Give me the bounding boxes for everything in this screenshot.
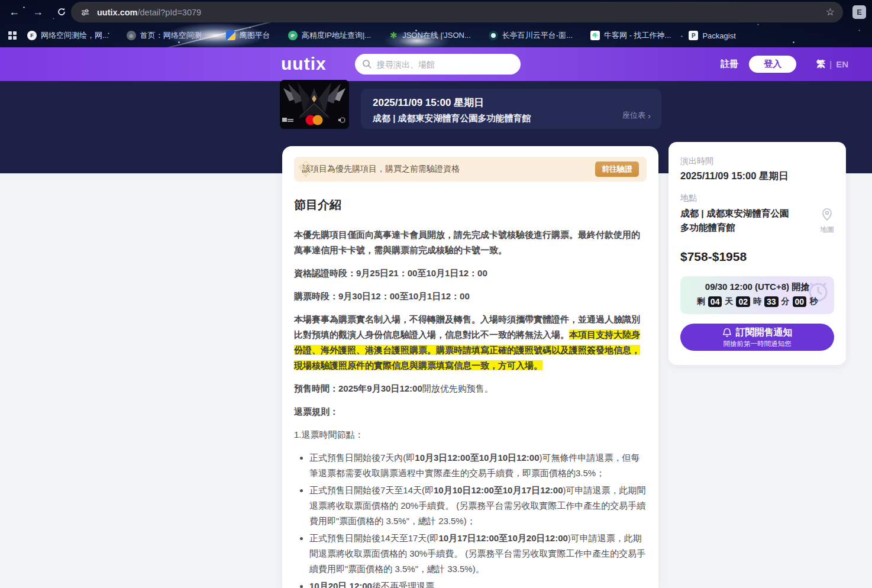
bookmark-label: 高精度IP地址查询|... [302,30,372,41]
bookmark-star-icon[interactable]: ☆ [826,7,835,17]
bookmark-item[interactable]: 鹰图平台 [226,30,270,41]
refund-rules-list: 正式預售日開始後7天內(即10月3日12:00至10月10日12:00)可無條件… [294,450,647,588]
bookmark-item[interactable]: 长亭百川云平台-面... [489,30,573,41]
showtime-label: 演出時間 [680,156,834,167]
notice-text: 該項目為優先購項目，購買之前需驗證資格 [302,164,460,175]
subscribe-title: 訂閱開售通知 [736,327,793,339]
bell-icon [722,328,732,338]
ticket-sidebar: 演出時間 2025/11/09 15:00 星期日 地點 成都 | 成都東安湖體… [668,142,846,365]
url-path: /detail?pId=3079 [137,8,201,17]
location-label: 地點 [680,193,834,203]
seatmap-label: 座位表 [622,110,645,121]
browser-navbar: ← → uutix.com/detail?pId=3079 ☆ E [0,0,872,24]
seatmap-link[interactable]: 座位表 › [622,110,651,121]
countdown-sec-unit: 秒 [809,296,818,307]
lang-zh-option[interactable]: 繁 [816,59,825,70]
event-poster-thumbnail [280,80,349,129]
countdown-hours: 02 [736,296,750,307]
countdown-seconds: 00 [793,296,807,307]
priority-purchase-notice: 該項目為優先購項目，購買之前需驗證資格 前往驗證 [294,157,647,182]
bookmarks-bar: F 网络空间测绘，网... ◎ 首页：网络空间测... 鹰图平台 IP 高精度I… [0,24,872,47]
section-title: 節目介紹 [294,197,647,213]
countdown-timer: 剩 04 天 02 時 33 分 00 秒 [680,296,834,307]
refresh-button[interactable] [52,2,71,21]
back-button[interactable]: ← [5,2,24,21]
location-row: 成都 | 成都東安湖體育公園多功能體育館 地圖 [680,206,834,235]
url-text: uutix.com/detail?pId=3079 [97,8,201,17]
paragraph-realname-entry: 本場賽事為購票實名制入場，不得轉贈及轉售。入場時須攜帶實體證件，並通過人臉識別比… [294,312,647,373]
lang-en-option[interactable]: EN [836,59,848,69]
countdown-remain-label: 剩 [697,296,705,307]
map-button[interactable]: 地圖 [820,206,834,235]
search-box[interactable] [355,54,521,75]
paragraph-purchase-period: 購票時段：9月30日12：00至10月1日12：00 [294,289,647,304]
login-button[interactable]: 登入 [749,56,796,73]
countdown-minutes: 33 [764,296,779,307]
bookmark-item[interactable]: ✱ JSON在线 |'JSON... [389,30,471,41]
search-input[interactable] [377,60,513,69]
showtime-value: 2025/11/09 15:00 星期日 [680,170,834,183]
site-logo[interactable]: uutix [281,54,327,74]
header-actions: 註冊 登入 繁 | EN [721,47,848,81]
f-circle-icon: F [27,31,37,40]
map-pin-icon [821,208,834,223]
language-switcher: 繁 | EN [816,59,848,70]
apps-grid-icon[interactable] [8,31,17,40]
event-info-box: 2025/11/09 15:00 星期日 成都 | 成都東安湖體育公園多功能體育… [361,89,661,129]
subscribe-button[interactable]: 訂閱開售通知 開搶前第一時間通知您 [680,324,834,351]
lang-separator: | [829,59,832,69]
event-description: 本優先購項目僅面向萬事達卡會員開放，請先完成卡號核驗後進行購票。最終付款使用的萬… [294,227,647,588]
bookmark-label: 长亭百川云平台-面... [502,30,573,41]
refund-rule-item: 正式預售日開始後14天至17天(即10月17日12:00至10月20日12:00… [309,531,647,577]
json-icon: ✱ [389,31,398,40]
bookmark-item[interactable]: F 网络空间测绘，网... [27,30,109,41]
countdown-title: 09/30 12:00 (UTC+8) 開搶 [680,282,834,293]
url-domain: uutix.com [97,8,137,17]
forward-button[interactable]: → [28,2,47,21]
refund-rules-intro: 1.退票時間節點： [294,427,647,442]
cloud-icon [489,31,498,40]
telescope-icon: ◎ [127,31,136,40]
bookmark-item[interactable]: P Packagist [689,31,735,40]
bookmark-label: JSON在线 |'JSON... [402,30,471,41]
verify-button[interactable]: 前往驗證 [595,161,639,177]
site-header: uutix 註冊 登入 繁 | EN [0,47,872,81]
browser-chrome: ← → uutix.com/detail?pId=3079 ☆ E [0,0,872,47]
worlds-trophy-artwork [280,80,349,129]
search-icon [362,59,372,69]
nowcoder-icon: 牛 [590,31,600,40]
price-range: $758-$1958 [680,250,834,264]
countdown-min-unit: 分 [781,296,790,307]
bookmark-item[interactable]: IP 高精度IP地址查询|... [288,30,372,41]
subscribe-subtitle: 開搶前第一時間通知您 [680,340,834,348]
bookmark-label: 网络空间测绘，网... [41,30,109,41]
bookmark-item[interactable]: 牛 牛客网 - 找工作神... [590,30,671,41]
refund-rule-item: 10月20日 12:00後不再受理退票 [309,579,647,588]
bookmark-item[interactable]: ◎ 首页：网络空间测... [127,30,208,41]
refund-rules-title: 退票規則： [294,404,647,419]
event-venue: 成都 | 成都東安湖體育公園多功能體育館 [373,113,650,124]
refund-rule-item: 正式預售日開始後7天至14天(即10月10日12:00至10月17日12:00)… [309,483,647,529]
url-bar[interactable]: uutix.com/detail?pId=3079 ☆ [71,2,843,22]
ip-icon: IP [288,31,298,40]
chevron-right-icon: › [648,111,651,121]
event-datetime: 2025/11/09 15:00 星期日 [373,96,650,109]
register-link[interactable]: 註冊 [721,59,738,70]
countdown-hour-unit: 時 [753,296,761,307]
packagist-icon: P [689,31,698,40]
extension-icon[interactable]: E [852,5,866,19]
bookmark-label: 首页：网络空间测... [140,30,208,41]
map-label: 地圖 [820,225,834,235]
refund-rule-item: 正式預售日開始後7天內(即10月3日12:00至10月10日12:00)可無條件… [309,450,647,481]
paragraph-qualification-period: 資格認證時段：9月25日21：00至10月1日12：00 [294,266,647,281]
paragraph-mastercard: 本優先購項目僅面向萬事達卡會員開放，請先完成卡號核驗後進行購票。最終付款使用的萬… [294,227,647,258]
location-value: 成都 | 成都東安湖體育公園多功能體育館 [680,206,792,235]
countdown-day-unit: 天 [725,296,733,307]
site-settings-icon[interactable] [79,7,91,18]
bookmark-label: Packagist [702,31,735,40]
bookmark-label: 牛客网 - 找工作神... [604,30,671,41]
countdown-days: 04 [708,296,722,307]
countdown-panel: 09/30 12:00 (UTC+8) 開搶 剩 04 天 02 時 33 分 … [680,276,834,314]
eagle-icon [226,31,235,40]
refresh-icon [57,7,66,17]
